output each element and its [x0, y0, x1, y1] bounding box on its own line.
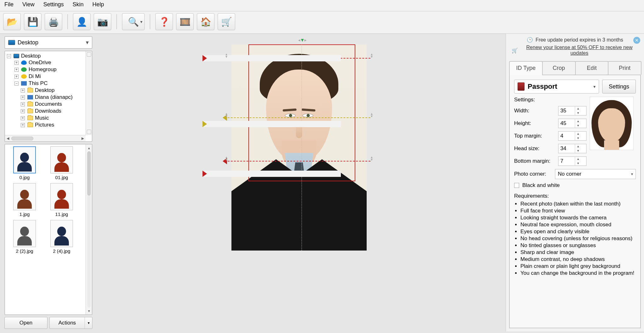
bottom-margin-stepper[interactable]: ▲▼: [558, 156, 586, 166]
save-button[interactable]: 💾: [24, 13, 42, 30]
guide-grip[interactable]: ▴▾: [224, 156, 229, 161]
photo-canvas[interactable]: [231, 44, 367, 251]
requirement-item: Plain cream or plain light grey backgrou…: [520, 263, 636, 270]
requirement-item: Medium contrast, no deep shadows: [520, 256, 636, 263]
height-stepper[interactable]: ▲▼: [558, 119, 586, 128]
tree-item-label[interactable]: Diana (dianapc): [35, 94, 73, 100]
tab-crop[interactable]: Crop: [542, 61, 576, 75]
thumbnail[interactable]: 0.jpg: [7, 146, 42, 180]
chevron-down-icon: ▾: [86, 39, 89, 46]
head-size-stepper[interactable]: ▲▼: [558, 144, 586, 153]
actions-button[interactable]: Actions ▾: [49, 317, 92, 329]
chin-line-guide[interactable]: [228, 161, 370, 161]
requirements-heading: Requirements:: [514, 193, 636, 199]
tree-twisty[interactable]: +: [14, 68, 19, 72]
tree-item-label[interactable]: Desktop: [21, 53, 41, 59]
thumbnail[interactable]: 2 (4).jpg: [44, 220, 79, 254]
bottom-margin-input[interactable]: [558, 158, 575, 164]
id-type-tab-body: Passport ▾ Settings Settings: Width: ▲▼ …: [509, 75, 641, 328]
tree-item-label[interactable]: Di Mi: [29, 73, 41, 80]
tree-twisty[interactable]: −: [14, 82, 19, 86]
folder-icon: [27, 88, 33, 93]
thumbnail[interactable]: 01.jpg: [44, 146, 79, 180]
tree-twisty[interactable]: −: [7, 54, 11, 58]
toolbar-separator: [150, 14, 150, 29]
tree-scrollbar-horizontal[interactable]: ◂▸: [5, 135, 86, 141]
license-notice: 🕒 Free update period expires in 3 months…: [506, 34, 644, 59]
zoom-button[interactable]: 🔍: [122, 13, 145, 30]
tree-item-label[interactable]: Desktop: [35, 87, 54, 93]
tree-item-label[interactable]: Documents: [35, 101, 62, 107]
tree-twisty[interactable]: +: [21, 109, 25, 113]
id-type-combo[interactable]: Passport ▾: [514, 80, 599, 93]
thumbnail[interactable]: 2 (2).jpg: [7, 220, 42, 254]
guide-grip[interactable]: ▴▾: [224, 113, 229, 117]
person-button[interactable]: 👤: [73, 13, 91, 30]
tree-item-label[interactable]: Pictures: [35, 122, 54, 128]
requirement-item: Full face front view: [520, 207, 636, 214]
pc-icon: [21, 81, 27, 86]
tree-item-label[interactable]: Downloads: [35, 108, 61, 114]
eye-line-guide[interactable]: [228, 117, 370, 118]
photo-corner-select[interactable]: No corner ▾: [555, 169, 636, 179]
open-button[interactable]: Open: [4, 317, 47, 329]
id-settings-button[interactable]: Settings: [602, 80, 636, 93]
camera-button[interactable]: 📷: [94, 13, 111, 30]
thumbnail-label: 11.jpg: [44, 212, 79, 217]
bw-checkbox-row[interactable]: Black and white: [514, 182, 636, 189]
desktop-icon: [14, 54, 19, 58]
menu-view[interactable]: View: [22, 1, 35, 8]
tab-id-type[interactable]: ID Type: [509, 61, 543, 75]
thumbnail-label: 0.jpg: [7, 175, 42, 180]
menu-skin[interactable]: Skin: [73, 1, 84, 8]
print-button[interactable]: 🖨️: [45, 13, 62, 30]
tree-item-label[interactable]: Homegroup: [29, 66, 57, 73]
tree-twisty[interactable]: +: [21, 88, 25, 93]
folder-tree[interactable]: − Desktop +OneDrive+Homegroup+Di Mi−This…: [4, 51, 92, 142]
top-margin-stepper[interactable]: ▲▼: [558, 131, 586, 141]
tree-item-label[interactable]: This PC: [29, 80, 47, 87]
open-folder-button[interactable]: 📂: [3, 13, 21, 30]
tree-twisty[interactable]: +: [14, 75, 19, 79]
tree-twisty[interactable]: +: [21, 116, 25, 120]
guide-grip[interactable]: ▴▾: [224, 53, 229, 58]
settings-heading: Settings:: [514, 97, 586, 103]
bw-checkbox[interactable]: [514, 183, 519, 188]
thumbnail[interactable]: 1.jpg: [7, 183, 42, 217]
menu-file[interactable]: File: [4, 1, 14, 8]
guide-grip[interactable]: ▴▾: [369, 113, 374, 117]
tree-scrollbar-vertical[interactable]: [86, 51, 92, 135]
photo-editor[interactable]: ◂▾▸: [213, 35, 386, 252]
head-size-input[interactable]: [558, 145, 575, 152]
help-button[interactable]: ❓: [155, 13, 173, 30]
video-button[interactable]: 🎞️: [176, 13, 194, 30]
tree-item-label[interactable]: OneDrive: [29, 59, 51, 66]
tree-twisty[interactable]: +: [21, 95, 25, 99]
renew-link[interactable]: Renew your license at 50% OFF to receive…: [520, 45, 638, 56]
menu-settings[interactable]: Settings: [43, 1, 64, 8]
thumbnail[interactable]: 11.jpg: [44, 183, 79, 217]
tree-twisty[interactable]: +: [21, 123, 25, 127]
top-margin-input[interactable]: [558, 133, 575, 139]
cart-button[interactable]: 🛒: [218, 13, 235, 30]
menu-help[interactable]: Help: [92, 1, 104, 8]
location-combo[interactable]: Desktop ▾: [4, 36, 92, 49]
width-stepper[interactable]: ▲▼: [558, 106, 586, 116]
guide-grip[interactable]: ▴▾: [369, 53, 374, 58]
guide-grip[interactable]: ▴▾: [369, 156, 374, 161]
requirement-item: Recent photo (taken within the last mont…: [520, 200, 636, 207]
tab-print[interactable]: Print: [608, 61, 641, 75]
tree-item-label[interactable]: Music: [35, 115, 49, 121]
close-notice-button[interactable]: ✕: [633, 37, 640, 44]
width-input[interactable]: [558, 108, 575, 114]
tab-edit[interactable]: Edit: [575, 61, 609, 75]
tree-twisty[interactable]: +: [14, 61, 19, 65]
folder-icon: [27, 102, 33, 106]
home-button[interactable]: 🏠: [197, 13, 214, 30]
tree-twisty[interactable]: +: [21, 102, 25, 106]
thumbnails-scrollbar[interactable]: ▴ ▾: [86, 144, 92, 314]
thumbnail-label: 2 (4).jpg: [44, 248, 79, 254]
photo-corner-label: Photo corner:: [514, 171, 552, 177]
height-input[interactable]: [558, 120, 575, 127]
crop-top-handle[interactable]: ◂▾▸: [298, 37, 306, 43]
